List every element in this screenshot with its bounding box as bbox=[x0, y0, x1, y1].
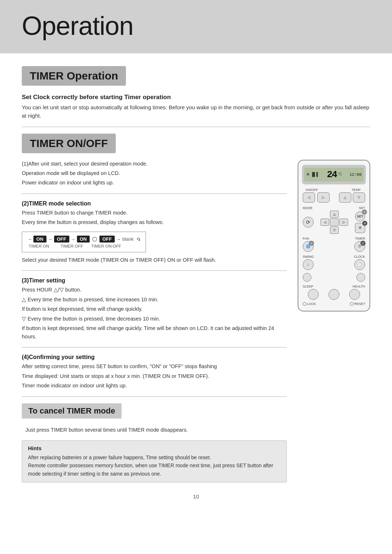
step2-text3: Select your desired TIMER mode (TIMER ON… bbox=[22, 256, 287, 264]
dpad-center[interactable]: · bbox=[330, 219, 339, 226]
badge-2: 2 bbox=[360, 241, 366, 246]
on-off-right-btn[interactable]: ▷ bbox=[317, 192, 330, 203]
remote-row-2: ⟳ △ ◁ · ▷ ▽ bbox=[303, 211, 365, 234]
on-off-left-btn[interactable]: ◁ bbox=[303, 192, 315, 203]
timer-operation-title: TIMER Operation bbox=[30, 70, 118, 82]
page-container: Operation TIMER Operation Set Clock corr… bbox=[0, 0, 392, 554]
badge-4: 4 bbox=[362, 221, 367, 226]
remote-display-right: 12:00 bbox=[350, 172, 362, 177]
dpad-down[interactable]: ▽ bbox=[330, 227, 339, 234]
label-timer: TIMER bbox=[355, 237, 365, 240]
step2-title: (2)TIMER mode selection bbox=[22, 200, 287, 207]
dpad-left[interactable]: ◁ bbox=[320, 219, 329, 226]
reset-circle-icon bbox=[350, 302, 354, 306]
lcd-time: 12:00 bbox=[350, 172, 362, 177]
remote-control: ❄ ▐▌▌ 24 °C 12:00 O bbox=[298, 160, 370, 311]
label-reset: RESET bbox=[354, 302, 365, 306]
step4-title: (4)Confirming your setting bbox=[22, 354, 287, 360]
label-fan: FAN bbox=[303, 237, 309, 240]
sleep-btn[interactable] bbox=[308, 289, 319, 300]
temp-up-btn[interactable]: △ bbox=[339, 192, 351, 203]
hints-title: Hints bbox=[28, 445, 281, 451]
set-btn[interactable]: SET 3 bbox=[355, 211, 365, 221]
signal-bars-icon: ❄ ▐▌▌ bbox=[306, 172, 319, 177]
header-banner: Operation bbox=[0, 0, 392, 53]
flow-blank: blank bbox=[122, 236, 134, 242]
dpad: △ ◁ · ▷ ▽ bbox=[320, 211, 348, 234]
step4-text1: After setting correct time, press SET bu… bbox=[22, 362, 287, 370]
dpad-up[interactable]: △ bbox=[330, 211, 339, 218]
flow-row: → ON → OFF → ON ◯ OFF → blank ↻ bbox=[27, 236, 140, 243]
on-off-buttons: ◁ ▷ bbox=[303, 192, 330, 203]
divider-4 bbox=[22, 347, 287, 347]
timer-btn[interactable]: ⏱ 4 bbox=[355, 223, 365, 233]
remote-row-4: ↕ 🕐 bbox=[303, 259, 365, 270]
label-lock: LOCK bbox=[307, 302, 316, 306]
clock-icon: 🕐 bbox=[358, 262, 362, 266]
remote-row-5 bbox=[303, 273, 365, 282]
step3-text1: Press HOUR △/▽ button. bbox=[22, 286, 287, 294]
flow-off2-box: OFF bbox=[99, 236, 115, 243]
temp-buttons: △ ▽ bbox=[339, 192, 365, 203]
step3-title: (3)Timer setting bbox=[22, 277, 287, 284]
label-swing: SWING bbox=[303, 255, 314, 258]
step-3-section: (3)Timer setting Press HOUR △/▽ button. … bbox=[22, 277, 287, 341]
label-sleep: SLEEP bbox=[303, 285, 313, 288]
flow-arrow-3: → bbox=[116, 236, 121, 242]
clock-btn[interactable]: 🕐 bbox=[354, 259, 365, 270]
timer-flow-diagram: → ON → OFF → ON ◯ OFF → blank ↻ TIMER ON bbox=[22, 232, 146, 252]
step4-text3: Timer mode indicator on indoor unit ligh… bbox=[22, 382, 287, 390]
right-column: ❄ ▐▌▌ 24 °C 12:00 O bbox=[298, 160, 370, 311]
main-title: Operation bbox=[22, 11, 370, 41]
timer-on-off-title: TIMER ON/OFF bbox=[30, 137, 108, 149]
flow-labels: TIMER ON TIMER OFF TIMER ON-OFF bbox=[27, 244, 140, 248]
flow-arrow-start: → bbox=[27, 236, 32, 242]
flow-arrow-end: ↻ bbox=[136, 236, 140, 242]
swing-icon: ↕ bbox=[307, 262, 309, 266]
flow-label1: TIMER ON bbox=[29, 244, 54, 248]
divider-5 bbox=[22, 396, 287, 397]
step3-text2: △ Every time the button is pressed, time… bbox=[22, 296, 287, 304]
number-badge-3-label: SET 3 bbox=[355, 211, 365, 221]
row-labels-5: SLEEP HEALTH bbox=[303, 285, 365, 288]
timer-operation-title-box: TIMER Operation bbox=[22, 66, 126, 86]
flow-label3: TIMER ON-OFF bbox=[91, 244, 127, 248]
dpad-right[interactable]: ▷ bbox=[339, 219, 348, 226]
badge-3b: 3 bbox=[309, 241, 314, 246]
remote-display-inner: ❄ ▐▌▌ 24 °C 12:00 bbox=[304, 168, 364, 182]
hints-text1: After replacing batteries or a power fai… bbox=[28, 453, 281, 461]
remote-row-6 bbox=[303, 289, 365, 300]
extra-btn[interactable] bbox=[349, 289, 360, 300]
remote-display: ❄ ▐▌▌ 24 °C 12:00 bbox=[302, 165, 366, 184]
timer-icon: ⏱ bbox=[359, 226, 362, 229]
clock-btn-2[interactable] bbox=[356, 273, 365, 282]
swing-btn[interactable]: ↕ bbox=[303, 259, 314, 270]
remote-display-center: 24 °C bbox=[327, 169, 342, 180]
label-set: SET bbox=[351, 206, 365, 210]
lcd-temp-unit: °C bbox=[338, 172, 342, 176]
mode-btn[interactable]: ⟳ bbox=[303, 217, 314, 228]
swing-btn-2[interactable] bbox=[303, 273, 311, 282]
flow-on-box: ON bbox=[33, 236, 46, 243]
hints-box: Hints After replacing batteries or a pow… bbox=[22, 440, 287, 482]
divider-1 bbox=[22, 127, 370, 127]
reset-label-area: RESET bbox=[350, 302, 365, 306]
health-btn[interactable] bbox=[328, 289, 339, 300]
label-on-off: ON/OFF bbox=[303, 188, 321, 192]
flow-arrow-1: → bbox=[48, 236, 53, 242]
set-btn-label: SET bbox=[357, 215, 363, 218]
row-labels-1: ON/OFF TEMP bbox=[303, 188, 365, 192]
lock-label-area: LOCK bbox=[303, 302, 316, 306]
step1-text1: (1)After unit start, select your desired… bbox=[22, 160, 287, 168]
row-labels-3: FAN TIMER bbox=[303, 237, 365, 240]
temp-down-btn[interactable]: ▽ bbox=[353, 192, 365, 203]
lock-circle-icon bbox=[303, 302, 306, 306]
timer-btn-2[interactable]: ⏱ 2 bbox=[354, 241, 365, 252]
timer-btn-container: ⏱ 4 bbox=[355, 223, 365, 233]
cancel-title-box: To cancel TIMER mode bbox=[22, 403, 122, 419]
row-labels-2: MODE SET bbox=[303, 206, 365, 210]
hints-text2: Remote controller possesses memory funct… bbox=[28, 461, 281, 478]
fan-btn[interactable]: 🌀 3 bbox=[303, 241, 314, 252]
step3-text4: ▽ Every time the button is pressed, time… bbox=[22, 315, 287, 323]
intro-bold: Set Clock correctly before starting Time… bbox=[22, 94, 370, 101]
